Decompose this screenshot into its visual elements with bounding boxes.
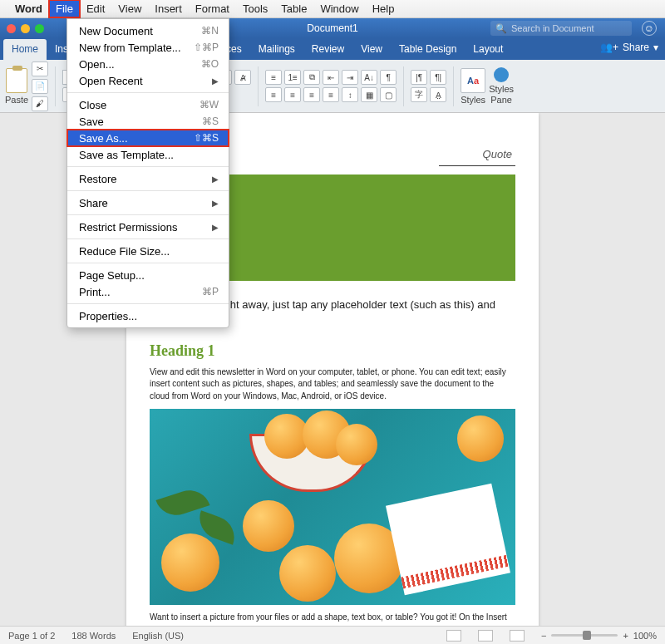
search-icon: 🔍 xyxy=(495,23,507,34)
styles-icon: Aa xyxy=(461,68,485,93)
tab-layout[interactable]: Layout xyxy=(465,39,511,60)
show-marks-icon[interactable]: ¶ xyxy=(380,70,397,85)
line-spacing-icon[interactable]: ↕ xyxy=(342,87,358,102)
file-menu-properties[interactable]: Properties... xyxy=(67,307,229,324)
numbering-icon[interactable]: 1≡ xyxy=(284,70,301,85)
multilevel-list-icon[interactable]: ⧉ xyxy=(303,70,320,85)
borders-icon[interactable]: ▢ xyxy=(380,87,397,102)
file-menu-open[interactable]: Open...⌘O xyxy=(67,56,229,72)
file-menu-restore[interactable]: Restore▶ xyxy=(67,170,229,187)
text-direction-icon[interactable]: |¶ xyxy=(411,70,427,85)
format-painter-icon[interactable]: 🖌 xyxy=(32,96,48,111)
file-menu-close[interactable]: Close⌘W xyxy=(67,96,229,113)
separator xyxy=(258,66,259,106)
cut-icon[interactable]: ✂ xyxy=(32,61,48,76)
zoom-slider[interactable] xyxy=(551,634,618,637)
menu-view[interactable]: View xyxy=(111,0,148,17)
separator xyxy=(453,66,454,106)
share-label: Share xyxy=(623,42,649,53)
separator xyxy=(403,66,404,106)
file-menu-share[interactable]: Share▶ xyxy=(67,194,229,211)
close-window-icon[interactable] xyxy=(7,24,16,33)
placeholder-image[interactable] xyxy=(150,409,515,605)
menu-window[interactable]: Window xyxy=(313,0,365,17)
text-direction-rtl-icon[interactable]: ¶| xyxy=(430,70,446,85)
search-in-document[interactable]: 🔍 Search in Document xyxy=(490,21,632,36)
chevron-down-icon: ▾ xyxy=(653,42,658,53)
word-count[interactable]: 188 Words xyxy=(71,631,116,641)
increase-indent-icon[interactable]: ⇥ xyxy=(342,70,358,85)
styles-pane-icon xyxy=(494,67,509,82)
view-mode-print-icon[interactable] xyxy=(478,630,493,642)
file-menu-new-document[interactable]: New Document⌘N xyxy=(67,22,229,39)
file-menu-restrict-permissions[interactable]: Restrict Permissions▶ xyxy=(67,219,229,235)
zoom-value[interactable]: 100% xyxy=(633,631,657,641)
styles-label: Styles xyxy=(461,95,485,105)
app-name[interactable]: Word xyxy=(15,2,42,15)
page-indicator[interactable]: Page 1 of 2 xyxy=(8,631,55,641)
paste-icon xyxy=(6,68,27,93)
view-mode-read-icon[interactable] xyxy=(446,630,461,642)
file-menu-save-as-template[interactable]: Save as Template... xyxy=(67,146,229,163)
menu-help[interactable]: Help xyxy=(366,0,401,17)
submenu-arrow-icon: ▶ xyxy=(212,223,219,232)
decrease-indent-icon[interactable]: ⇤ xyxy=(323,70,339,85)
menu-separator xyxy=(67,190,229,191)
view-mode-web-icon[interactable] xyxy=(510,630,525,642)
menu-tools[interactable]: Tools xyxy=(236,0,274,17)
submenu-arrow-icon: ▶ xyxy=(212,76,219,86)
asian-layout-icon[interactable]: 字 xyxy=(411,87,427,102)
file-menu-new-from-template[interactable]: New from Template...⇧⌘P xyxy=(67,39,229,56)
menu-format[interactable]: Format xyxy=(189,0,236,17)
traffic-lights xyxy=(0,24,44,33)
tab-review[interactable]: Review xyxy=(303,39,352,60)
paste-label: Paste xyxy=(5,95,28,105)
menu-edit[interactable]: Edit xyxy=(80,0,111,17)
file-menu-reduce-file-size[interactable]: Reduce File Size... xyxy=(67,243,229,259)
file-menu-save-as[interactable]: Save As...⇧⌘S xyxy=(67,130,229,146)
zoom-out-icon[interactable]: − xyxy=(541,631,546,641)
menu-separator xyxy=(67,303,229,304)
menu-file[interactable]: File xyxy=(49,0,80,17)
clear-formatting-icon[interactable]: A̷ xyxy=(234,70,251,85)
menu-separator xyxy=(67,92,229,93)
file-menu-page-setup[interactable]: Page Setup... xyxy=(67,267,229,283)
minimize-window-icon[interactable] xyxy=(21,24,30,33)
zoom-control[interactable]: − + 100% xyxy=(541,631,657,641)
help-icon[interactable]: ☺ xyxy=(642,21,657,36)
menu-separator xyxy=(67,263,229,263)
bullets-icon[interactable]: ≡ xyxy=(265,70,282,85)
tab-view[interactable]: View xyxy=(352,39,391,60)
tab-home[interactable]: Home xyxy=(3,39,47,60)
body-text-2[interactable]: Want to insert a picture from your files… xyxy=(150,612,515,626)
tab-mailings[interactable]: Mailings xyxy=(250,39,303,60)
shading-icon[interactable]: ▦ xyxy=(361,87,377,102)
zoom-in-icon[interactable]: + xyxy=(623,631,628,641)
styles-pane-group[interactable]: StylesPane xyxy=(489,67,514,104)
file-menu-open-recent[interactable]: Open Recent▶ xyxy=(67,72,229,89)
paste-group[interactable]: Paste xyxy=(5,68,28,105)
align-left-icon[interactable]: ≡ xyxy=(265,87,282,102)
share-button[interactable]: 👥+ Share ▾ xyxy=(600,42,658,53)
phonetic-guide-icon[interactable]: A̤ xyxy=(430,87,446,102)
mac-menubar: Word FileEditViewInsertFormatToolsTableW… xyxy=(0,0,665,18)
language-indicator[interactable]: English (US) xyxy=(132,631,184,641)
napkin-graphic xyxy=(386,484,510,596)
status-bar: Page 1 of 2 188 Words English (US) − + 1… xyxy=(0,626,665,644)
menu-insert[interactable]: Insert xyxy=(148,0,189,17)
file-menu-print[interactable]: Print...⌘P xyxy=(67,283,229,300)
sort-icon[interactable]: A↓ xyxy=(361,70,377,85)
share-icon: 👥+ xyxy=(600,42,618,53)
maximize-window-icon[interactable] xyxy=(35,24,44,33)
styles-group[interactable]: Aa Styles xyxy=(461,68,485,105)
menu-table[interactable]: Table xyxy=(274,0,313,17)
justify-icon[interactable]: ≡ xyxy=(323,87,339,102)
align-right-icon[interactable]: ≡ xyxy=(303,87,320,102)
file-menu-save[interactable]: Save⌘S xyxy=(67,113,229,130)
separator xyxy=(55,66,56,106)
copy-icon[interactable]: 📄 xyxy=(32,79,48,94)
tab-table-design[interactable]: Table Design xyxy=(391,39,465,60)
heading-1[interactable]: Heading 1 xyxy=(150,342,515,360)
body-text-1[interactable]: View and edit this newsletter in Word on… xyxy=(150,366,515,403)
align-center-icon[interactable]: ≡ xyxy=(284,87,301,102)
